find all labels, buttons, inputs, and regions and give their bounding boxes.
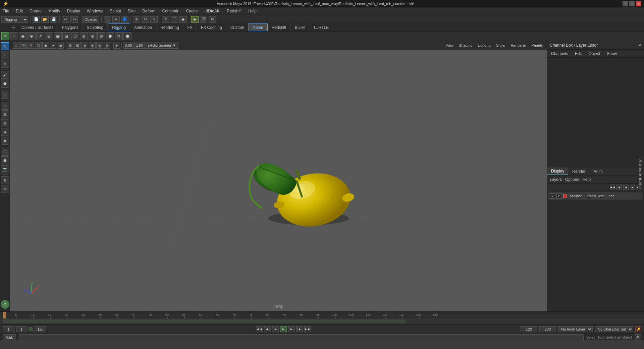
shelf-constraint[interactable]: ⊛ xyxy=(89,32,97,40)
menu-help[interactable]: Help xyxy=(247,8,258,14)
range-start-input[interactable] xyxy=(16,326,26,332)
shelf-pose[interactable]: ⊗ xyxy=(80,32,88,40)
nav-channels[interactable]: Channels xyxy=(550,51,570,57)
nav-object[interactable]: Object xyxy=(587,51,601,57)
snap-curve-button[interactable]: ⌒ xyxy=(171,16,178,23)
viewport[interactable]: □ 📷 # ⬡ ◉ ☀ ◑ ⊞ ⊟ ⊕ ⊗ ⊘ ⊛ ◈ 0.00 1.00 xyxy=(10,41,547,311)
scale-tool[interactable]: ⤡ xyxy=(150,16,158,23)
shelf-settings[interactable]: ⚙ xyxy=(115,32,123,40)
rotate-tool[interactable]: ↻ xyxy=(142,16,149,23)
shelf-extra[interactable]: ⬢ xyxy=(106,32,114,40)
play-first-btn[interactable]: ◄◄ xyxy=(256,326,263,332)
anim-layer-dropdown[interactable]: No Anim Layer xyxy=(558,326,593,332)
menu-cache[interactable]: Cache xyxy=(185,8,199,14)
frame-all-btn[interactable]: ⬡ xyxy=(1,148,9,156)
layer-nav-first[interactable]: ◄◄ xyxy=(610,185,615,190)
vp-display-6[interactable]: ⊛ xyxy=(104,42,110,49)
channel-box-close-btn[interactable]: ✕ xyxy=(638,43,641,48)
layer-nav-next[interactable]: ► xyxy=(630,185,635,190)
shelf-mirror[interactable]: ⊟ xyxy=(62,32,70,40)
vp-menu-view[interactable]: View xyxy=(444,43,455,48)
status-settings-btn[interactable]: ⚙ xyxy=(635,334,641,340)
vp-menu-show[interactable]: Show xyxy=(495,43,507,48)
max-frame-input[interactable] xyxy=(521,326,537,332)
lasso-tool-btn[interactable]: ⌗ xyxy=(1,60,9,68)
sculpt-btn[interactable]: ⬟ xyxy=(1,80,9,88)
menu-skin[interactable]: Skin xyxy=(126,8,137,14)
menu-windows[interactable]: Windows xyxy=(86,8,105,14)
vp-display-2[interactable]: ⊟ xyxy=(74,42,81,49)
max-range-input[interactable] xyxy=(539,326,556,332)
select-tool[interactable]: ⬛ xyxy=(104,16,111,23)
snap-grid-button[interactable]: # xyxy=(162,16,169,23)
xray-btn[interactable]: ◉ xyxy=(1,137,9,145)
tab-sculpting[interactable]: Sculpting xyxy=(83,23,108,31)
character-set-dropdown[interactable]: No Character Set xyxy=(595,326,633,332)
render-layer-btn[interactable]: ⊞ xyxy=(1,110,9,118)
ipr-render-button[interactable]: 🎬 xyxy=(200,16,207,23)
tab-curves-surfaces[interactable]: Curves / Surfaces xyxy=(17,23,58,31)
shelf-deform[interactable]: ⊘ xyxy=(97,32,105,40)
layer-visibility-btn[interactable]: V xyxy=(550,193,555,199)
vp-menu-shading[interactable]: Shading xyxy=(458,43,474,48)
vp-cam-btn[interactable]: 📷 xyxy=(20,42,27,49)
frame-sel-btn[interactable]: ⬢ xyxy=(1,156,9,164)
shelf-paint[interactable]: ○ xyxy=(10,32,18,40)
sub-nav-options[interactable]: Options xyxy=(565,177,579,182)
range-end-input[interactable] xyxy=(35,326,46,332)
tab-xgen[interactable]: XGen xyxy=(249,23,268,31)
shelf-xgen[interactable]: ⬟ xyxy=(123,32,131,40)
vp-smooth-btn[interactable]: ◉ xyxy=(42,42,49,49)
sub-nav-help[interactable]: Help xyxy=(582,177,591,182)
move-tool[interactable]: ✛ xyxy=(133,16,140,23)
menu-3dtall[interactable]: -3DtoAll- xyxy=(203,8,222,14)
menu-sculpt[interactable]: Sculpt xyxy=(108,8,122,14)
tab-custom[interactable]: Custom xyxy=(226,23,249,31)
play-next-key-btn[interactable]: |► xyxy=(296,326,303,332)
layer-nav-prev[interactable]: ◄ xyxy=(616,185,622,190)
objects-button[interactable]: Objects xyxy=(82,16,99,23)
vp-shadow-btn[interactable]: ◑ xyxy=(57,42,64,49)
vp-menu-panels[interactable]: Panels xyxy=(530,43,544,48)
menu-modify[interactable]: Modify xyxy=(47,8,61,14)
tab-polygons[interactable]: Polygons xyxy=(58,23,83,31)
layer-row[interactable]: V P Realistic_Lemon_with_Leaf xyxy=(548,192,643,200)
attribute-editor-tab[interactable]: Attribute Editor xyxy=(638,156,644,193)
layer-playback-btn[interactable]: P xyxy=(556,193,562,199)
tab-display[interactable]: Display xyxy=(547,167,568,175)
shelf-joint[interactable]: ⊕ xyxy=(28,32,36,40)
tab-fx-caching[interactable]: FX Caching xyxy=(197,23,226,31)
shelf-bind[interactable]: ⊞ xyxy=(45,32,53,40)
select-tool-btn[interactable]: ↖ xyxy=(1,42,9,50)
place-3d-btn[interactable]: ⬛ xyxy=(1,91,9,99)
vp-display-5[interactable]: ⊘ xyxy=(96,42,103,49)
menu-create[interactable]: Create xyxy=(28,8,43,14)
shelf-select[interactable]: ✕ xyxy=(1,32,9,40)
snap-point-button[interactable]: ◉ xyxy=(179,16,187,23)
move-tool-btn[interactable]: ✛ xyxy=(1,51,9,59)
show-manip-btn[interactable]: ⊗ xyxy=(1,176,9,184)
menu-deform[interactable]: Deform xyxy=(141,8,157,14)
timeline-range-bar[interactable] xyxy=(0,318,644,324)
tab-animation[interactable]: Animation xyxy=(130,23,156,31)
vp-wire-btn[interactable]: ⬡ xyxy=(35,42,42,49)
paint-effects-btn[interactable]: 🖌 xyxy=(1,71,9,79)
tab-rigging[interactable]: Rigging xyxy=(108,23,130,31)
undo-button[interactable]: ↩ xyxy=(62,16,69,23)
vp-grid-btn[interactable]: # xyxy=(28,42,34,49)
anim-layer-btn[interactable]: ⊕ xyxy=(1,119,9,127)
render-button[interactable]: ▶ xyxy=(191,16,199,23)
shelf-sphere[interactable]: ◉ xyxy=(19,32,27,40)
play-btn[interactable]: ► xyxy=(280,326,287,332)
render-settings-button[interactable]: ⚙ xyxy=(209,16,216,23)
tab-turtle[interactable]: TURTLE xyxy=(309,23,333,31)
tab-bullet[interactable]: Bullet xyxy=(291,23,309,31)
shelf-weight[interactable]: ▣ xyxy=(54,32,62,40)
vp-isolate-btn[interactable]: ◈ xyxy=(113,42,120,49)
pivot-btn[interactable]: ⊛ xyxy=(1,185,9,193)
nav-show[interactable]: Show xyxy=(605,51,618,57)
mel-button[interactable]: MEL xyxy=(3,334,16,340)
vp-menu-renderer[interactable]: Renderer xyxy=(509,43,528,48)
vp-display-3[interactable]: ⊕ xyxy=(82,42,88,49)
menu-file[interactable]: File xyxy=(1,8,10,14)
